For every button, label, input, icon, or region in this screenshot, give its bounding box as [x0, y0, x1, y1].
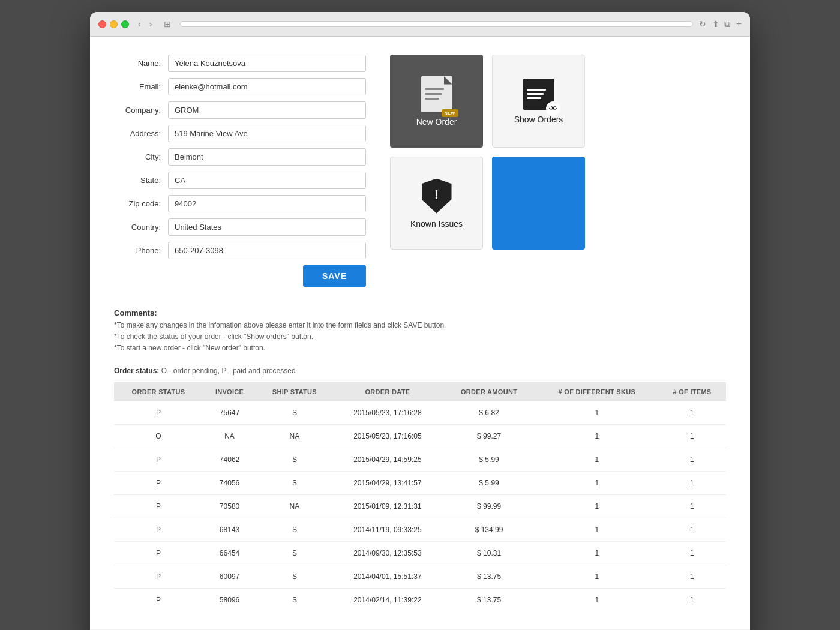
address-row: Address: [114, 125, 366, 142]
comment-line-3: *To start a new order - click "New order… [114, 343, 726, 354]
city-label: City: [114, 152, 168, 161]
address-input[interactable] [168, 125, 366, 142]
cell-4-0: P [114, 494, 203, 518]
cell-4-5: 1 [536, 494, 658, 518]
name-label: Name: [114, 59, 168, 68]
table-body: P75647S2015/05/23, 17:16:28$ 6.8211ONANA… [114, 401, 726, 611]
zip-label: Zip code: [114, 199, 168, 208]
phone-input[interactable] [168, 242, 366, 259]
blue-card[interactable] [492, 157, 585, 250]
cell-8-1: 58096 [203, 588, 256, 611]
cell-1-3: 2015/05/23, 17:16:05 [333, 424, 443, 448]
col-invoice: INVOICE [203, 382, 256, 401]
cell-1-5: 1 [536, 424, 658, 448]
save-button[interactable]: SAVE [303, 265, 366, 287]
cell-3-5: 1 [536, 471, 658, 494]
name-input[interactable] [168, 55, 366, 72]
known-issues-card[interactable]: ! Known Issues [390, 157, 483, 250]
cell-0-3: 2015/05/23, 17:16:28 [333, 401, 443, 425]
cell-7-3: 2014/04/01, 15:51:37 [333, 565, 443, 588]
close-button[interactable] [98, 20, 106, 28]
company-row: Company: [114, 101, 366, 119]
share-button[interactable]: ⬆ [712, 19, 719, 29]
cell-0-0: P [114, 401, 203, 425]
cell-8-3: 2014/02/14, 11:39:22 [333, 588, 443, 611]
shield-exclamation: ! [434, 187, 439, 203]
table-header-row: ORDER STATUS INVOICE SHIP STATUS ORDER D… [114, 382, 726, 401]
comments-text: *To make any changes in the infomation a… [114, 320, 726, 355]
cell-3-1: 74056 [203, 471, 256, 494]
action-row-1: NEW New Order 👁 [390, 55, 594, 148]
zip-input[interactable] [168, 195, 366, 212]
form-fields: Name: Email: Company: Address: City: [114, 55, 366, 296]
traffic-lights [98, 20, 129, 28]
cell-6-4: $ 10.31 [442, 541, 536, 565]
city-row: City: [114, 148, 366, 166]
cell-0-4: $ 6.82 [442, 401, 536, 425]
comments-section: Comments: *To make any changes in the in… [114, 308, 726, 355]
view-button[interactable]: ⊞ [161, 18, 174, 30]
order-status-text: O - order pending, P - paid and processe… [161, 367, 296, 375]
form-section: Name: Email: Company: Address: City: [114, 55, 726, 296]
cell-7-1: 60097 [203, 565, 256, 588]
cell-0-5: 1 [536, 401, 658, 425]
cell-8-4: $ 13.75 [442, 588, 536, 611]
cell-8-0: P [114, 588, 203, 611]
cell-1-2: NA [256, 424, 332, 448]
col-items: # OF ITEMS [658, 382, 726, 401]
col-skus: # OF DIFFERENT SKUS [536, 382, 658, 401]
new-tab-button[interactable]: + [736, 19, 742, 29]
company-input[interactable] [168, 101, 366, 119]
cell-6-2: S [256, 541, 332, 565]
cell-6-5: 1 [536, 541, 658, 565]
cell-6-1: 66454 [203, 541, 256, 565]
cell-7-2: S [256, 565, 332, 588]
maximize-button[interactable] [121, 20, 129, 28]
forward-button[interactable]: › [146, 18, 155, 30]
col-order-date: ORDER DATE [333, 382, 443, 401]
cell-3-0: P [114, 471, 203, 494]
back-button[interactable]: ‹ [135, 18, 144, 30]
order-status-title: Order status: [114, 367, 159, 375]
cell-8-6: 1 [658, 588, 726, 611]
country-label: Country: [114, 223, 168, 232]
city-input[interactable] [168, 148, 366, 166]
address-bar[interactable] [180, 21, 692, 27]
cell-7-5: 1 [536, 565, 658, 588]
cell-2-0: P [114, 448, 203, 471]
email-input[interactable] [168, 78, 366, 95]
cell-2-3: 2015/04/29, 14:59:25 [333, 448, 443, 471]
table-row: P68143S2014/11/19, 09:33:25$ 134.9911 [114, 518, 726, 541]
cell-1-1: NA [203, 424, 256, 448]
new-order-icon: NEW [421, 76, 452, 112]
cell-6-3: 2014/09/30, 12:35:53 [333, 541, 443, 565]
cell-7-6: 1 [658, 565, 726, 588]
state-input[interactable] [168, 172, 366, 189]
table-row: P75647S2015/05/23, 17:16:28$ 6.8211 [114, 401, 726, 425]
table-header: ORDER STATUS INVOICE SHIP STATUS ORDER D… [114, 382, 726, 401]
table-row: ONANA2015/05/23, 17:16:05$ 99.2711 [114, 424, 726, 448]
duplicate-button[interactable]: ⧉ [724, 19, 730, 29]
cell-3-4: $ 5.99 [442, 471, 536, 494]
cell-3-2: S [256, 471, 332, 494]
cell-2-1: 74062 [203, 448, 256, 471]
cell-7-0: P [114, 565, 203, 588]
browser-toolbar: ‹ › ⊞ ↻ ⬆ ⧉ + [90, 12, 750, 37]
show-orders-card[interactable]: 👁 Show Orders [492, 55, 585, 148]
comment-line-2: *To check the status of your order - cli… [114, 331, 726, 343]
table-row: P58096S2014/02/14, 11:39:22$ 13.7511 [114, 588, 726, 611]
cell-6-0: P [114, 541, 203, 565]
country-input[interactable] [168, 218, 366, 236]
new-order-card[interactable]: NEW New Order [390, 55, 483, 148]
minimize-button[interactable] [110, 20, 118, 28]
cell-4-1: 70580 [203, 494, 256, 518]
table-row: P74062S2015/04/29, 14:59:25$ 5.9911 [114, 448, 726, 471]
company-label: Company: [114, 106, 168, 115]
browser-content: Name: Email: Company: Address: City: [90, 37, 750, 629]
state-row: State: [114, 172, 366, 189]
cell-5-1: 68143 [203, 518, 256, 541]
reload-button[interactable]: ↻ [699, 19, 706, 29]
cell-5-3: 2014/11/19, 09:33:25 [333, 518, 443, 541]
phone-label: Phone: [114, 246, 168, 255]
known-issues-icon: ! [421, 178, 452, 214]
